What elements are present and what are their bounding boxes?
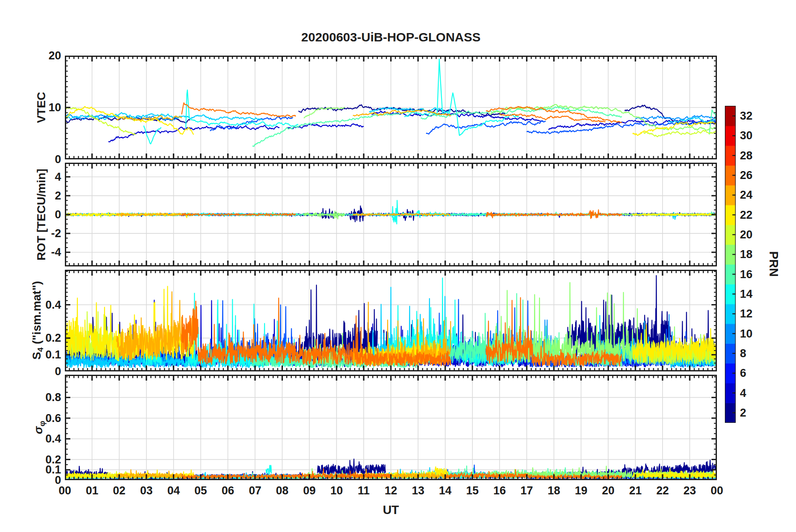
y-tick-label-rot: -2 (15, 227, 61, 240)
x-tick-label: 03 (132, 484, 161, 497)
colorbar-tick-label: 8 (740, 347, 769, 360)
colorbar-tick-label: 6 (740, 367, 769, 379)
colorbar-tick-label: 12 (740, 307, 769, 320)
colorbar-gradient (725, 106, 736, 423)
colorbar-tick-label: 10 (740, 327, 769, 340)
prn-colorbar (725, 106, 736, 423)
y-tick-label-sigma-phi: 0.2 (15, 453, 61, 466)
plot-area-vtec (65, 56, 717, 159)
colorbar-tick-label: 30 (740, 129, 769, 142)
x-tick-label: 15 (458, 484, 487, 497)
x-tick-label: 08 (267, 484, 297, 497)
plot-area-rot (65, 163, 717, 266)
y-tick-label-s4: 0.2 (15, 331, 61, 345)
x-tick-label: 06 (213, 484, 243, 497)
y-tick-label-s4: 0 (15, 365, 61, 378)
colorbar-tick-label: 16 (740, 268, 769, 281)
y-tick-label-rot: 2 (15, 189, 61, 202)
y-tick-label-vtec: 10 (15, 101, 61, 114)
x-tick-label: 13 (403, 484, 433, 497)
x-tick-label: 17 (512, 484, 542, 497)
plot-area-s4 (65, 270, 717, 371)
colorbar-tick-label: 22 (740, 209, 769, 221)
panel-vtec (65, 56, 717, 159)
x-tick-label: 04 (159, 484, 188, 497)
colorbar-tick-label: 32 (740, 110, 769, 122)
x-tick-label: 01 (77, 484, 107, 497)
x-tick-label: 12 (376, 484, 406, 497)
y-tick-label-s4: 0.4 (15, 298, 61, 312)
colorbar-tick-label: 4 (740, 387, 769, 399)
x-tick-label: 05 (186, 484, 216, 497)
y-tick-label-rot: -4 (15, 246, 61, 259)
chart-title: 20200603-UiB-HOP-GLONASS (65, 30, 717, 44)
colorbar-tick-label: 14 (740, 288, 769, 300)
x-axis-label: UT (370, 503, 412, 517)
y-tick-label-sigma-phi: 0.8 (15, 391, 61, 404)
x-tick-label: 19 (566, 484, 596, 497)
x-tick-label: 10 (322, 484, 351, 497)
x-tick-label: 14 (431, 484, 460, 497)
x-tick-label: 00 (50, 484, 80, 497)
x-tick-label: 00 (702, 484, 732, 497)
x-tick-label: 20 (593, 484, 623, 497)
y-tick-label-vtec: 0 (15, 153, 61, 166)
x-tick-label: 22 (648, 484, 677, 497)
y-tick-label-rot: 0 (15, 208, 61, 221)
x-tick-label: 21 (621, 484, 650, 497)
x-tick-label: 16 (485, 484, 514, 497)
x-tick-label: 09 (295, 484, 324, 497)
colorbar-tick-label: 24 (740, 189, 769, 201)
figure-glonass-scintillation: 20200603-UiB-HOP-GLONASS VTEC ROT [TECU/… (0, 0, 796, 532)
y-tick-label-sigma-phi: 0.6 (15, 412, 61, 425)
x-tick-label: 11 (349, 484, 378, 497)
y-tick-label-rot: 4 (15, 170, 61, 184)
colorbar-tick-label: 2 (740, 407, 769, 419)
x-tick-label: 23 (675, 484, 704, 497)
x-tick-label: 18 (539, 484, 569, 497)
y-tick-label-s4: 0.1 (15, 348, 61, 361)
colorbar-tick-label: 20 (740, 228, 769, 241)
x-tick-label: 02 (105, 484, 134, 497)
colorbar-tick-label: 26 (740, 169, 769, 182)
x-tick-label: 07 (240, 484, 270, 497)
panel-rot (65, 163, 717, 266)
y-tick-label-vtec: 20 (15, 49, 61, 62)
panel-sigma-phi (65, 375, 717, 480)
colorbar-tick-label: 28 (740, 149, 769, 162)
colorbar-tick-label: 18 (740, 248, 769, 261)
panel-s4 (65, 270, 717, 371)
plot-area-sigma-phi (65, 375, 717, 480)
y-tick-label-sigma-phi: 0.4 (15, 432, 61, 445)
